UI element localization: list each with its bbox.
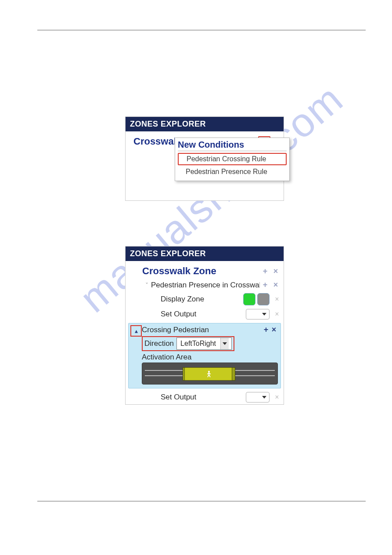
zone-title: Crosswalk Zone	[142, 265, 260, 277]
activation-area-label: Activation Area	[142, 353, 278, 362]
crossing-pedestrian-block: ▴ Crossing Pedestrian + × Direction Left…	[128, 323, 281, 388]
color-swatch-green[interactable]	[243, 293, 255, 305]
close-icon[interactable]: ×	[270, 325, 278, 334]
direction-value: LeftToRight	[180, 340, 216, 348]
page: manualshive.com ZONES EXPLORER Crosswalk…	[0, 0, 392, 555]
set-output-row: Set Output ×	[126, 307, 284, 321]
new-conditions-popup: New Conditions Pedestrian Crossing Rule …	[175, 138, 290, 181]
zones-explorer-panel-bottom: ZONES EXPLORER Crosswalk Zone + × ˅ Pede…	[125, 246, 284, 405]
set-output-label: Set Output	[161, 393, 246, 402]
add-icon[interactable]: +	[260, 267, 270, 276]
display-zone-row: Display Zone ×	[126, 291, 284, 307]
set-output-select[interactable]	[246, 392, 270, 403]
color-swatch-gray[interactable]	[257, 293, 270, 305]
direction-select[interactable]: LeftToRight	[176, 337, 232, 350]
popup-item-crossing-rule[interactable]: Pedestrian Crossing Rule	[178, 153, 287, 165]
rule-presence-row[interactable]: ˅ Pedestrian Presence in Crosswalk Z + ×	[126, 279, 284, 291]
slider-handle-right[interactable]	[232, 367, 235, 381]
panel-header: ZONES EXPLORER	[126, 247, 284, 261]
crossing-title: Crossing Pedestrian	[142, 326, 262, 334]
close-icon[interactable]: ×	[270, 267, 281, 276]
chevron-down-icon	[220, 338, 229, 349]
zones-explorer-panel-top: ZONES EXPLORER Crosswalk Zone + × New Co…	[125, 116, 284, 201]
rule-presence-label: Pedestrian Presence in Crosswalk Z	[151, 281, 260, 290]
add-icon[interactable]: +	[260, 280, 270, 290]
crossing-header-row: Crossing Pedestrian + ×	[142, 325, 278, 334]
pedestrian-icon	[205, 370, 212, 378]
panel-header: ZONES EXPLORER	[126, 117, 284, 131]
direction-row: Direction LeftToRight	[142, 336, 234, 351]
bottom-divider	[37, 501, 366, 501]
set-output-row-2: Set Output ×	[126, 391, 284, 404]
collapse-icon[interactable]: ▴	[130, 325, 142, 337]
close-icon[interactable]: ×	[273, 310, 281, 318]
add-icon[interactable]: +	[262, 325, 270, 334]
close-icon[interactable]: ×	[273, 393, 281, 401]
slider-range[interactable]	[184, 367, 234, 381]
set-output-label: Set Output	[161, 310, 246, 319]
top-divider	[37, 30, 366, 30]
close-icon[interactable]: ×	[273, 295, 281, 303]
activation-area-slider[interactable]	[142, 363, 278, 385]
chevron-down-icon[interactable]: ˅	[142, 282, 151, 289]
zone-title-row: Crosswalk Zone + ×	[126, 261, 284, 279]
direction-label: Direction	[144, 339, 176, 348]
display-zone-label: Display Zone	[161, 295, 241, 304]
close-icon[interactable]: ×	[270, 280, 281, 290]
set-output-select[interactable]	[246, 309, 270, 319]
popup-title: New Conditions	[178, 140, 287, 151]
popup-item-presence-rule[interactable]: Pedestrian Presence Rule	[178, 167, 287, 177]
